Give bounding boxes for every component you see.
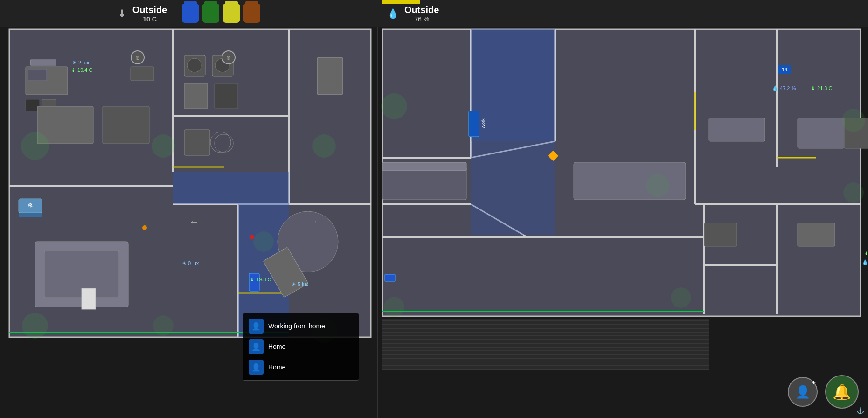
svg-point-49: [250, 235, 254, 239]
svg-rect-22: [317, 57, 343, 95]
svg-rect-97: [709, 118, 765, 141]
trash-yellow: [223, 4, 240, 23]
status-popup: 👤 Working from home 👤 Home 👤 Home: [243, 313, 359, 381]
svg-point-110: [842, 109, 865, 132]
right-outside-title: Outside: [404, 5, 439, 15]
svg-text:⊕: ⊕: [226, 55, 231, 61]
right-outside-temp: Outside 76 %: [404, 5, 439, 23]
svg-rect-74: [471, 141, 555, 235]
top-bar-right: 💧 Outside 76 %: [378, 0, 868, 27]
svg-text:Work: Work: [481, 118, 486, 128]
svg-text:💧 55.8 %: 💧 55.8 %: [862, 259, 868, 265]
svg-rect-21: [215, 83, 238, 109]
svg-text:14: 14: [782, 67, 787, 72]
left-outside-title: Outside: [132, 5, 167, 15]
svg-rect-23: [184, 130, 210, 155]
svg-rect-27: [103, 106, 149, 144]
humidity-icon: 💧: [387, 8, 399, 19]
svg-rect-78: [469, 111, 479, 137]
svg-text:☀ 2 lux: ☀ 2 lux: [72, 60, 90, 65]
left-outside-info: 🌡 Outside 10 C: [118, 4, 260, 23]
right-floor-plan: Work 14 💧 47.2 % 🌡 21.3 C 🌡 18.7 C 💧 55.…: [378, 27, 868, 418]
left-outside-val: 10 C: [143, 15, 157, 23]
right-panel: 💧 Outside 76 %: [378, 0, 868, 418]
svg-point-46: [253, 231, 274, 252]
plus-badge: +: [812, 379, 816, 386]
svg-rect-33: [82, 288, 96, 309]
top-bar-left: 🌡 Outside 10 C: [0, 0, 378, 27]
thermometer-icon: 🌡: [118, 8, 127, 19]
status-label-1: Working from home: [268, 322, 325, 330]
svg-text:💧 47.2 %: 💧 47.2 %: [772, 85, 796, 91]
person-add-icon: 👤: [795, 385, 810, 399]
svg-rect-57: [30, 60, 56, 65]
svg-text:→: →: [312, 219, 317, 224]
svg-text:❄: ❄: [28, 202, 33, 209]
svg-rect-13: [28, 69, 47, 81]
status-item-1[interactable]: 👤 Working from home: [243, 316, 359, 336]
svg-point-48: [142, 225, 147, 230]
notification-button[interactable]: 🔔: [825, 375, 859, 409]
trash-icons: [182, 4, 260, 23]
status-label-3: Home: [268, 363, 285, 371]
trash-brown: [243, 4, 260, 23]
left-panel: 🌡 Outside 10 C: [0, 0, 378, 418]
svg-point-47: [153, 315, 174, 336]
svg-rect-20: [184, 83, 208, 109]
svg-text:🌡 19.4 C: 🌡 19.4 C: [71, 67, 93, 73]
svg-point-108: [381, 93, 407, 119]
svg-point-112: [671, 287, 691, 308]
svg-text:🌡 18.4 C: 🌡 18.4 C: [864, 250, 868, 256]
svg-text:☀ 5 lux: ☀ 5 lux: [292, 281, 309, 287]
svg-point-42: [152, 134, 175, 158]
trash-blue: [182, 4, 199, 23]
svg-rect-104: [704, 223, 737, 246]
bottom-right-icon: ⚓: [856, 407, 864, 414]
svg-rect-7: [173, 172, 289, 204]
svg-text:🌡 21.3 C: 🌡 21.3 C: [811, 85, 833, 91]
right-outside-val: 76 %: [414, 15, 429, 23]
svg-rect-107: [574, 162, 686, 200]
svg-text:🌡 19.8 C: 🌡 19.8 C: [250, 277, 271, 282]
main-container: 🌡 Outside 10 C: [0, 0, 868, 418]
svg-point-111: [843, 182, 864, 203]
bell-icon: 🔔: [833, 383, 851, 401]
status-item-2[interactable]: 👤 Home: [243, 336, 359, 357]
svg-rect-30: [19, 213, 42, 217]
trash-green: [202, 4, 219, 23]
status-item-3[interactable]: 👤 Home: [243, 357, 359, 377]
status-label-2: Home: [268, 343, 285, 350]
svg-point-44: [22, 313, 48, 339]
svg-point-43: [312, 134, 336, 158]
svg-rect-122: [385, 274, 395, 281]
person-icon-3: 👤: [251, 363, 261, 372]
svg-text:⊕: ⊕: [135, 55, 140, 61]
person-icon-2: 👤: [251, 342, 261, 351]
svg-rect-106: [382, 162, 466, 171]
svg-rect-105: [382, 167, 466, 200]
bottom-buttons: 👤 + 🔔: [788, 375, 859, 409]
add-person-button[interactable]: 👤 +: [788, 377, 818, 407]
left-outside-temp: Outside 10 C: [132, 5, 167, 23]
svg-rect-95: [798, 118, 844, 148]
status-icon-1: 👤: [249, 319, 264, 334]
svg-point-109: [646, 174, 669, 197]
svg-text:☀ 0 lux: ☀ 0 lux: [182, 260, 199, 266]
status-icon-3: 👤: [249, 360, 264, 375]
svg-point-17: [187, 58, 201, 72]
status-icon-2: 👤: [249, 339, 264, 354]
svg-rect-58: [131, 67, 154, 81]
svg-rect-103: [798, 223, 835, 246]
svg-point-113: [384, 297, 404, 317]
svg-text:←: ←: [189, 216, 199, 228]
svg-point-41: [21, 132, 49, 160]
person-icon-1: 👤: [251, 322, 261, 331]
svg-rect-35: [249, 273, 259, 291]
yellow-bar-top: [382, 0, 420, 4]
